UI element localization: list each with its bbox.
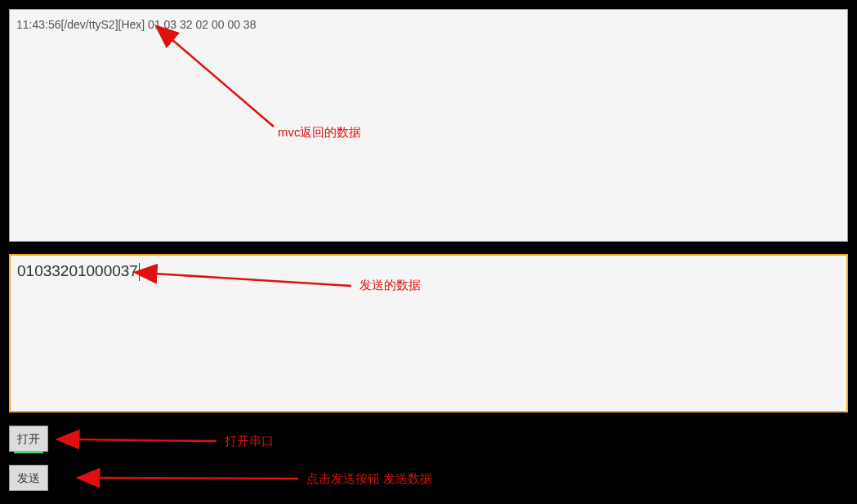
- input-panel[interactable]: 01033201000037: [9, 254, 848, 413]
- annotation-open-serial: 打开串口: [225, 434, 274, 449]
- annotation-click-send: 点击发送按钮 发送数据: [306, 471, 432, 487]
- output-panel: 11:43:56[/dev/ttyS2][Hex] 01 03 32 02 00…: [9, 9, 848, 242]
- send-button[interactable]: 发送: [9, 465, 48, 491]
- open-button[interactable]: 打开: [9, 426, 48, 452]
- text-cursor: [139, 263, 140, 281]
- svg-line-3: [78, 439, 216, 441]
- svg-line-4: [98, 478, 298, 479]
- input-value: 01033201000037: [17, 262, 138, 279]
- input-field[interactable]: 01033201000037: [17, 262, 840, 281]
- output-log-line: 11:43:56[/dev/ttyS2][Hex] 01 03 32 02 00…: [16, 18, 841, 31]
